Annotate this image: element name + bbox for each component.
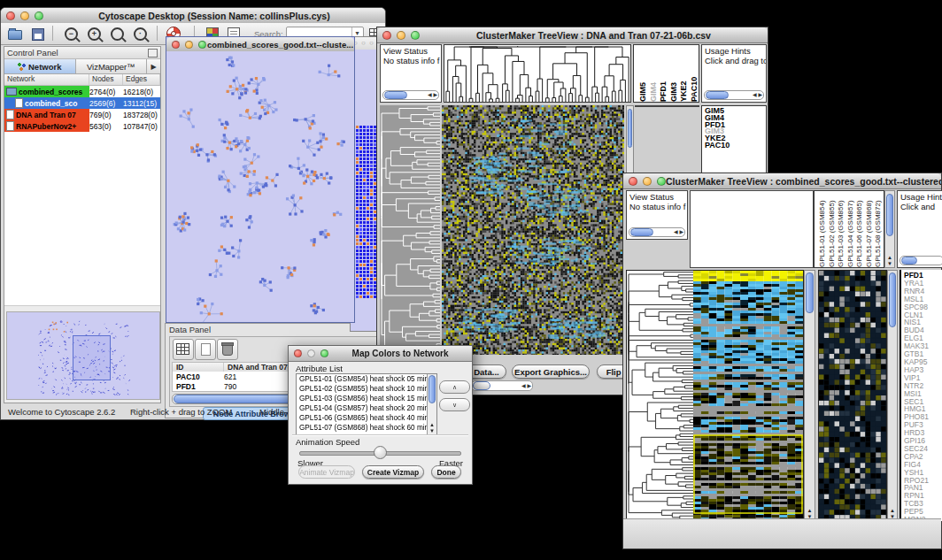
float-panel-icon[interactable]: [148, 49, 158, 58]
bottom-hscrollbar[interactable]: ◀ ▶: [471, 380, 533, 391]
list-item[interactable]: GPL51-02 (GSM855) heat shock 10 min: [297, 384, 436, 394]
usage-hints-text: Click and drag to: [702, 56, 766, 65]
column-dendrogram-canvas[interactable]: [444, 44, 631, 103]
minimize-icon[interactable]: [307, 349, 315, 357]
global-view-canvas[interactable]: [819, 271, 886, 520]
minimize-icon[interactable]: [20, 12, 29, 20]
column-label[interactable]: YKE2: [678, 45, 689, 102]
row-dendrogram-canvas[interactable]: [380, 105, 440, 355]
zoom-window-icon[interactable]: [320, 349, 328, 357]
usage-hints-scrollbar[interactable]: ◀ ▶: [704, 90, 764, 100]
network-name-cell[interactable]: combined_scores: [4, 86, 89, 97]
new-document-icon[interactable]: [195, 339, 216, 360]
heatmap-canvas[interactable]: [442, 105, 624, 355]
column-labels-scrollbar[interactable]: ▲▼: [884, 190, 895, 268]
list-item[interactable]: GPL51-01 (GSM854) heat shock 05 min: [297, 374, 436, 384]
open-folder-icon[interactable]: [6, 26, 24, 42]
tab-network[interactable]: Network: [4, 59, 76, 73]
table-row[interactable]: DNA and Tran 07769(0)183728(0): [4, 109, 160, 120]
scroll-arrows-icon[interactable]: ◀ ▶: [674, 228, 683, 236]
network-icon: [18, 63, 26, 71]
table-row[interactable]: combined_scores2764(0)16218(0): [4, 86, 160, 97]
network-name-cell[interactable]: combined_sco: [4, 97, 89, 109]
gene-label[interactable]: PAC10: [705, 142, 766, 150]
control-panel-tabs: Network VizMapper™ ▶: [4, 59, 160, 74]
treeview-title-bar[interactable]: ClusterMaker TreeView : combined_scores_…: [623, 173, 941, 189]
scroll-arrows-icon[interactable]: ▲▼: [428, 422, 436, 434]
minimize-icon[interactable]: [185, 41, 193, 49]
scroll-arrows-icon[interactable]: ▲▼: [885, 255, 894, 267]
column-label[interactable]: GPL51-06 (GSM865): [855, 191, 865, 267]
scroll-arrows-icon[interactable]: ◀ ▶: [428, 91, 437, 99]
treeview-title-bar[interactable]: ClusterMaker TreeView : DNA and Tran 07-…: [377, 27, 768, 43]
list-item[interactable]: GPL51-07 (GSM868) heat shock 60 min: [297, 423, 436, 433]
scroll-arrows-icon[interactable]: ◀ ▶: [521, 381, 531, 390]
list-item[interactable]: GPL51-06 (GSM865) heat shock 40 min: [297, 413, 436, 423]
network-name-cell[interactable]: RNAPuberNov2+: [4, 120, 89, 132]
close-icon[interactable]: [382, 31, 391, 40]
row-dendrogram-canvas[interactable]: [627, 271, 693, 520]
zoom-fit-icon[interactable]: [109, 26, 127, 42]
donebutton[interactable]: Done: [431, 465, 461, 479]
export-graphics-button[interactable]: Export Graphics...: [512, 364, 590, 379]
tab-overflow-button[interactable]: ▶: [147, 59, 160, 73]
column-label[interactable]: GIM4: [648, 45, 659, 102]
minimize-icon[interactable]: [643, 177, 652, 186]
column-label[interactable]: GIM5: [637, 45, 648, 102]
column-labels[interactable]: GPL51-01 (GSM854)GPL51-02 (GSM855)GPL51-…: [814, 190, 884, 268]
table-row[interactable]: combined_sco2569(6)13112(15): [4, 97, 160, 109]
column-label[interactable]: GIM3: [668, 45, 679, 102]
table-row[interactable]: RNAPuberNov2+563(0)107847(0): [4, 120, 160, 132]
column-dendrogram-area[interactable]: [690, 190, 814, 268]
close-icon[interactable]: [294, 349, 302, 357]
move-up-button[interactable]: ∧: [439, 380, 470, 394]
column-label[interactable]: GPL51-07 (GSM868): [865, 191, 875, 267]
main-title-bar[interactable]: Cytoscape Desktop (Session Name: collins…: [1, 8, 385, 24]
list-item[interactable]: GPL51-03 (GSM856) heat shock 15 min: [297, 394, 436, 403]
create-vizmapbutton[interactable]: Create Vizmap: [362, 465, 424, 479]
column-label[interactable]: PFD1: [658, 45, 668, 102]
usage-hints-scrollbar[interactable]: [900, 256, 942, 265]
tab-vizmapper[interactable]: VizMapper™: [76, 59, 148, 73]
network-name-cell[interactable]: DNA and Tran 07: [4, 109, 89, 120]
column-label[interactable]: PAC10: [689, 45, 699, 102]
network-canvas[interactable]: [166, 51, 354, 322]
view-status-scrollbar[interactable]: ◀ ▶: [382, 90, 439, 100]
close-icon[interactable]: [629, 177, 637, 186]
global-view-scrollbar[interactable]: ▲▼: [887, 270, 898, 521]
attribute-list-scrollbar[interactable]: ▲▼: [427, 374, 436, 434]
scroll-arrows-icon[interactable]: ◀ ▶: [753, 91, 762, 99]
network-window-title-bar[interactable]: combined_scores_good.txt--cluste...: [166, 37, 354, 52]
zoom-out-icon[interactable]: −: [63, 26, 81, 42]
attribute-list[interactable]: GPL51-01 (GSM854) heat shock 05 minGPL51…: [296, 373, 437, 435]
zoom-window-icon[interactable]: [411, 31, 420, 40]
heatmap-vscrollbar[interactable]: ▲▼: [804, 270, 815, 521]
zoom-window-icon[interactable]: [198, 41, 206, 49]
list-item[interactable]: GPL51-04 (GSM857) heat shock 20 min: [297, 403, 436, 413]
save-icon[interactable]: [29, 26, 47, 42]
slider-thumb[interactable]: [374, 446, 387, 459]
delete-icon[interactable]: [217, 339, 238, 360]
heatmap-canvas[interactable]: [693, 271, 803, 520]
scrollbar-thumb[interactable]: [429, 375, 436, 403]
zoom-window-icon[interactable]: [35, 12, 43, 20]
close-icon[interactable]: [6, 12, 15, 20]
column-label[interactable]: GPL51-02 (GSM855): [828, 191, 838, 267]
view-status-scrollbar[interactable]: ◀ ▶: [629, 227, 685, 237]
attribute-list-label: Attribute List: [296, 364, 343, 373]
dialog-title-bar[interactable]: Map Colors to Network: [289, 346, 472, 362]
zoom-window-icon[interactable]: [657, 177, 666, 186]
column-label[interactable]: GPL51-04 (GSM857): [846, 191, 856, 267]
close-icon[interactable]: [172, 41, 180, 49]
network-overview-canvas[interactable]: [6, 311, 160, 400]
table-icon[interactable]: [173, 339, 194, 360]
column-label[interactable]: GPL51-01 (GSM854): [818, 191, 828, 267]
zoom-selected-icon[interactable]: ·: [132, 26, 150, 42]
gene-list[interactable]: PFD1YRA1RNR4MSL1SPC98CLN1NIS1BUD4ELG1MAK…: [900, 270, 942, 521]
column-labels[interactable]: GIM5GIM4PFD1GIM3YKE2PAC10: [633, 44, 699, 103]
minimize-icon[interactable]: [397, 31, 405, 40]
move-down-button[interactable]: ∨: [439, 398, 470, 411]
column-label[interactable]: GPL51-03 (GSM856): [837, 191, 846, 267]
column-label[interactable]: GPL51-08 (GSM872): [874, 191, 884, 267]
zoom-in-icon[interactable]: +: [86, 26, 104, 42]
